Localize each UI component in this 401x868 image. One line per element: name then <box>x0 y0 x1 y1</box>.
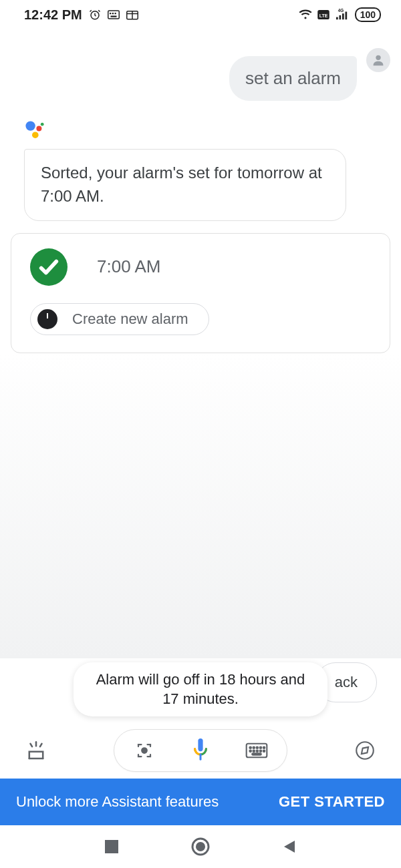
user-message-bubble[interactable]: set an alarm <box>229 56 357 101</box>
svg-point-20 <box>41 123 44 126</box>
svg-marker-41 <box>362 747 368 754</box>
svg-point-29 <box>249 746 251 748</box>
svg-rect-42 <box>105 840 118 853</box>
assistant-reply-bubble[interactable]: Sorted, your alarm's set for tomorrow at… <box>24 149 346 221</box>
svg-rect-12 <box>336 17 338 20</box>
calendar-status-icon <box>126 9 138 20</box>
get-started-button[interactable]: GET STARTED <box>279 793 385 811</box>
svg-point-31 <box>257 746 259 748</box>
svg-text:4G: 4G <box>338 9 344 13</box>
assistant-input-pill <box>114 729 287 772</box>
create-alarm-label: Create new alarm <box>72 310 188 328</box>
suggestion-layer: ack Alarm will go off in 18 hours and 17… <box>0 658 401 718</box>
volte-icon: LTE <box>317 10 329 19</box>
svg-point-18 <box>36 126 41 132</box>
svg-rect-2 <box>110 13 111 14</box>
svg-point-32 <box>260 746 262 748</box>
status-time: 12:42 PM <box>24 7 82 23</box>
promo-banner: Unlock more Assistant features GET START… <box>0 779 401 825</box>
svg-point-24 <box>142 748 147 753</box>
wifi-icon <box>299 9 312 20</box>
svg-rect-25 <box>198 738 203 751</box>
mic-icon[interactable] <box>189 739 212 762</box>
battery-indicator: 100 <box>355 7 381 22</box>
conversation-area: set an alarm Sorted, your alarm's set fo… <box>0 29 401 353</box>
lens-icon[interactable] <box>133 739 156 762</box>
user-message-row: set an alarm <box>11 56 390 101</box>
status-left: 12:42 PM <box>24 7 138 23</box>
svg-rect-14 <box>342 13 344 19</box>
clock-icon <box>37 309 57 329</box>
svg-rect-3 <box>112 13 113 14</box>
svg-line-21 <box>31 744 33 746</box>
alarm-toast: Alarm will go off in 18 hours and 17 min… <box>74 662 327 716</box>
explore-icon[interactable] <box>352 737 378 764</box>
signal-icon: 4G <box>335 9 350 21</box>
svg-marker-45 <box>284 841 295 853</box>
alarm-time: 7:00 AM <box>97 256 160 277</box>
svg-rect-5 <box>110 16 116 17</box>
updates-icon[interactable] <box>23 737 49 764</box>
svg-point-34 <box>249 750 251 752</box>
svg-point-30 <box>253 746 255 748</box>
svg-point-37 <box>260 750 262 752</box>
back-button[interactable] <box>276 833 303 860</box>
alarm-row: 7:00 AM <box>30 248 371 286</box>
svg-point-17 <box>25 121 35 130</box>
keyboard-status-icon <box>108 10 120 19</box>
svg-point-35 <box>253 750 255 752</box>
keyboard-icon[interactable] <box>245 739 268 762</box>
svg-point-33 <box>263 746 265 748</box>
svg-rect-4 <box>114 13 116 14</box>
system-nav-bar <box>0 825 401 868</box>
background-fill <box>0 353 401 658</box>
svg-point-36 <box>257 750 259 752</box>
svg-line-23 <box>40 744 42 746</box>
svg-point-40 <box>356 742 374 759</box>
svg-text:LTE: LTE <box>319 13 327 18</box>
assistant-logo-icon <box>24 120 390 144</box>
recents-button[interactable] <box>98 833 125 860</box>
svg-rect-15 <box>345 12 347 20</box>
svg-point-19 <box>32 132 39 138</box>
alarm-icon <box>89 9 101 21</box>
banner-text: Unlock more Assistant features <box>16 793 219 811</box>
alarm-card: 7:00 AM Create new alarm <box>11 233 390 353</box>
svg-point-16 <box>376 55 380 60</box>
svg-rect-1 <box>108 11 119 19</box>
create-alarm-button[interactable]: Create new alarm <box>30 303 209 335</box>
svg-rect-39 <box>252 753 261 755</box>
svg-rect-13 <box>339 15 341 19</box>
status-bar: 12:42 PM LTE 4G 100 <box>0 0 401 29</box>
svg-point-44 <box>196 842 205 851</box>
svg-point-38 <box>263 750 265 752</box>
user-avatar[interactable] <box>366 48 390 72</box>
assistant-input-row <box>0 718 401 779</box>
check-icon <box>30 248 68 286</box>
home-button[interactable] <box>187 833 214 860</box>
status-right: LTE 4G 100 <box>299 7 381 22</box>
